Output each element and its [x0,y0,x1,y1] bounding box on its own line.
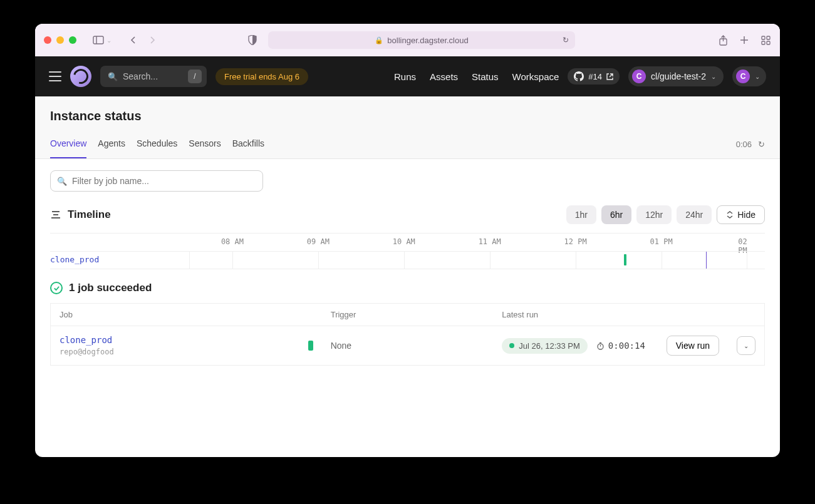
content-area: 🔍 Timeline 1hr 6hr 12hr 24hr Hide [35,159,780,377]
github-issue-number: #14 [588,72,602,81]
trial-badge[interactable]: Free trial ends Aug 6 [215,68,308,85]
chevron-down-icon: ⌄ [711,73,716,80]
time-tick: 11 AM [479,237,501,246]
reload-icon[interactable]: ↻ [563,36,569,44]
window-minimize[interactable] [56,36,64,44]
window-traffic-lights [44,36,76,44]
row-actions-menu[interactable]: ⌄ [737,336,755,355]
jobs-table: Job Trigger Latest run clone_prod repo@d… [50,303,765,366]
view-run-button[interactable]: View run [667,336,719,356]
user-menu[interactable]: C ⌄ [732,66,766,86]
time-tick: 09 AM [307,237,330,246]
refresh-button[interactable]: ↻ [758,140,765,149]
branch-name: cl/guide-test-2 [651,71,706,81]
nav-assets[interactable]: Assets [430,71,458,82]
browser-chrome: ⌄ 🔒 bollinger.dagster.cloud ↻ [35,24,780,56]
duration-value: 0:00:14 [608,341,645,351]
table-row: clone_prod repo@dogfood None [51,326,765,366]
time-tick: 12 PM [564,237,587,246]
svg-rect-5 [762,36,765,39]
search-placeholder: Search... [123,71,158,81]
url-text: bollinger.dagster.cloud [387,36,468,45]
svg-rect-7 [762,41,765,44]
timeline-header: Timeline 1hr 6hr 12hr 24hr Hide [50,205,765,224]
lock-icon: 🔒 [375,36,383,44]
stopwatch-icon [596,342,605,350]
collapse-icon [726,211,734,219]
success-icon [50,282,63,294]
timeline-row[interactable]: clone_prod [50,251,765,269]
tabs: Overview Agents Schedules Sensors Backfi… [50,130,264,158]
github-icon [574,71,584,81]
nav-status[interactable]: Status [472,71,499,82]
job-name[interactable]: clone_prod [60,335,114,345]
global-search[interactable]: 🔍 Search... / [100,66,207,87]
range-1hr[interactable]: 1hr [566,205,596,224]
svg-rect-8 [767,41,770,44]
col-trigger: Trigger [322,304,494,326]
run-duration: 0:00:14 [596,341,645,351]
time-tick: 08 AM [221,237,244,246]
time-tick: 10 AM [393,237,415,246]
now-line [706,252,707,269]
branch-selector[interactable]: C cl/guide-test-2 ⌄ [628,66,724,86]
col-latest: Latest run [493,304,728,326]
latest-run-status[interactable]: Jul 26, 12:33 PM [502,338,588,354]
menu-button[interactable] [49,71,61,81]
page-body: Instance status Overview Agents Schedule… [35,96,780,377]
window-close[interactable] [44,36,51,44]
chevron-down-icon: ⌄ [106,37,112,44]
run-marker[interactable] [624,254,626,265]
timeline-chart: 08 AM 09 AM 10 AM 11 AM 12 PM 01 PM 02 P… [50,233,765,269]
tab-agents[interactable]: Agents [98,130,125,158]
chevron-down-icon: ⌄ [744,342,749,349]
share-icon[interactable] [717,34,729,46]
range-24hr[interactable]: 24hr [677,205,712,224]
job-status-chip[interactable] [308,341,313,351]
search-shortcut: / [188,69,202,83]
new-tab-icon[interactable] [739,34,750,46]
address-bar[interactable]: 🔒 bollinger.dagster.cloud ↻ [268,31,575,49]
primary-nav: Runs Assets Status Workspace [394,71,559,82]
latest-run-time: Jul 26, 12:33 PM [519,341,580,351]
filter-field[interactable] [72,176,256,186]
filter-job-input[interactable]: 🔍 [50,170,263,192]
browser-window: ⌄ 🔒 bollinger.dagster.cloud ↻ 🔍 Search..… [35,24,780,457]
nav-workspace[interactable]: Workspace [512,71,559,82]
nav-runs[interactable]: Runs [394,71,416,82]
window-maximize[interactable] [69,36,76,44]
search-icon: 🔍 [108,72,118,81]
tab-backfills[interactable]: Backfills [232,130,264,158]
browser-back[interactable] [128,34,139,46]
timeline-row-label: clone_prod [50,255,99,264]
range-6hr[interactable]: 6hr [601,205,631,224]
status-dot-icon [509,343,514,348]
browser-forward[interactable] [147,34,158,46]
time-tick: 01 PM [650,237,672,246]
shield-icon[interactable] [247,34,258,46]
tab-overview[interactable]: Overview [50,130,86,158]
sidebar-toggle[interactable]: ⌄ [93,36,112,44]
tab-sensors[interactable]: Sensors [189,130,221,158]
tab-overview-icon[interactable] [760,34,771,46]
svg-rect-0 [93,36,103,44]
external-link-icon [606,73,613,80]
app-header: 🔍 Search... / Free trial ends Aug 6 Runs… [35,56,780,96]
tab-schedules[interactable]: Schedules [137,130,177,158]
nav-arrows [128,34,158,46]
search-icon: 🔍 [57,177,67,186]
branch-avatar: C [632,69,646,83]
timeline-controls: 1hr 6hr 12hr 24hr Hide [566,205,765,224]
hide-label: Hide [737,210,755,220]
refresh-countdown: 0:06 [736,140,752,149]
timeline-icon [50,209,61,220]
user-avatar: C [736,69,750,83]
github-link[interactable]: #14 [568,68,620,85]
timeline-hide-button[interactable]: Hide [717,205,765,224]
summary-text: 1 job succeeded [69,282,152,294]
range-12hr[interactable]: 12hr [636,205,672,224]
dagster-logo[interactable] [70,66,91,87]
trigger-value: None [331,341,351,351]
summary-row: 1 job succeeded [50,282,765,294]
col-job: Job [51,304,322,326]
